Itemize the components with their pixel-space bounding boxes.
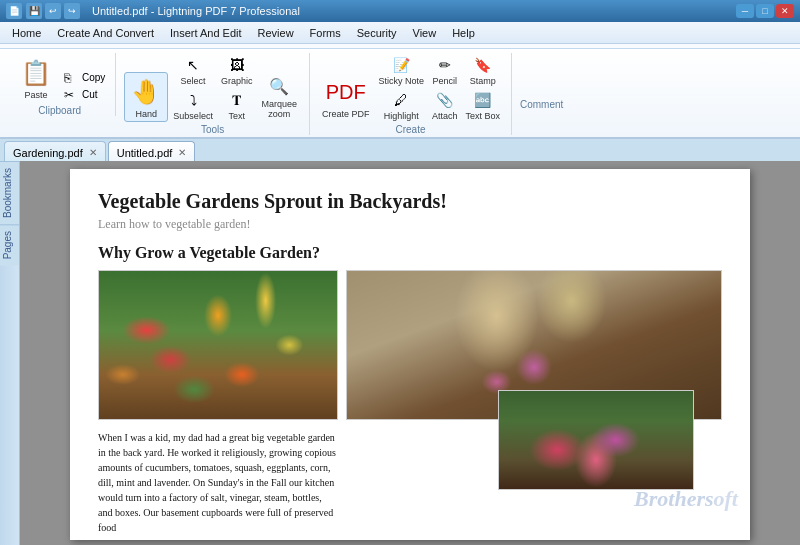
sticky-note-button[interactable]: 📝 Sticky Note xyxy=(375,53,427,87)
tools-buttons: 🤚 Hand ↖ Select ⤵ Subselect 🖼 xyxy=(124,53,301,122)
menu-insert-edit[interactable]: Insert And Edit xyxy=(162,25,250,41)
cut-icon: ✂ xyxy=(64,88,80,102)
select-icon: ↖ xyxy=(182,54,204,76)
marquee-zoom-label: Marqueezoom xyxy=(261,100,297,120)
menu-review[interactable]: Review xyxy=(250,25,302,41)
attach-file-icon: 📎 xyxy=(434,89,456,111)
quick-access-toolbar: 💾 ↩ ↪ xyxy=(26,3,80,19)
hand-icon: 🤚 xyxy=(128,74,164,110)
highlight-icon: 🖊 xyxy=(390,89,412,111)
stamp-icon: 🔖 xyxy=(472,54,494,76)
stamp-button[interactable]: 🔖 Stamp xyxy=(462,53,503,87)
tools-label: Tools xyxy=(201,124,224,135)
copy-button[interactable]: ⎘ Copy xyxy=(62,70,107,86)
create-label: Create xyxy=(395,124,425,135)
paste-icon: 📋 xyxy=(18,55,54,91)
menu-home[interactable]: Home xyxy=(4,25,49,41)
tools-group: 🤚 Hand ↖ Select ⤵ Subselect 🖼 xyxy=(120,53,310,135)
pdf-body-text: When I was a kid, my dad had a great big… xyxy=(98,430,338,535)
pdf-title: Vegetable Gardens Sprout in Backyards! xyxy=(98,189,722,213)
undo-icon[interactable]: ↩ xyxy=(45,3,61,19)
main-area: Bookmarks Pages Vegetable Gardens Sprout… xyxy=(0,161,800,545)
pencil-label: Pencil xyxy=(432,76,457,86)
pages-panel-tab[interactable]: Pages xyxy=(0,224,19,265)
pencil-button[interactable]: ✏ Pencil xyxy=(429,53,461,87)
document-tabs: Gardening.pdf ✕ Untitled.pdf ✕ xyxy=(0,139,800,161)
tab-untitled-label: Untitled.pdf xyxy=(117,147,173,159)
paste-button[interactable]: 📋 Paste xyxy=(12,53,60,103)
menu-bar: Home Create And Convert Insert And Edit … xyxy=(0,22,800,44)
save-icon[interactable]: 💾 xyxy=(26,3,42,19)
title-bar-left: 📄 💾 ↩ ↪ Untitled.pdf - Lightning PDF 7 P… xyxy=(6,3,300,19)
copy-label: Copy xyxy=(82,72,105,83)
highlight-label: Highlight xyxy=(384,111,419,121)
side-panel: Bookmarks Pages xyxy=(0,161,20,545)
close-button[interactable]: ✕ xyxy=(776,4,794,18)
stamp-label: Stamp xyxy=(470,76,496,86)
ribbon-content: 📋 Paste ⎘ Copy ✂ Cut Clipboard xyxy=(0,48,800,137)
vegetables-image xyxy=(98,270,338,420)
highlight-button[interactable]: 🖊 Highlight xyxy=(375,88,427,122)
menu-help[interactable]: Help xyxy=(444,25,483,41)
text-select-icon: 𝐓 xyxy=(226,89,248,111)
pdf-area: Vegetable Gardens Sprout in Backyards! L… xyxy=(20,161,800,545)
bottom-image-bg xyxy=(499,391,693,489)
text-box-icon: 🔤 xyxy=(472,89,494,111)
maximize-button[interactable]: □ xyxy=(756,4,774,18)
text-box-button[interactable]: 🔤 Text Box xyxy=(462,88,503,122)
pdf-page: Vegetable Gardens Sprout in Backyards! L… xyxy=(70,169,750,540)
tab-gardening[interactable]: Gardening.pdf ✕ xyxy=(4,141,106,161)
cut-button[interactable]: ✂ Cut xyxy=(62,87,107,103)
vegetables-image-bg xyxy=(99,271,337,419)
app-title: Untitled.pdf - Lightning PDF 7 Professio… xyxy=(92,5,300,17)
sticky-note-icon: 📝 xyxy=(390,54,412,76)
text-box-label: Text Box xyxy=(465,111,500,121)
marquee-zoom-icon: 🔍 xyxy=(265,72,293,100)
tab-gardening-close[interactable]: ✕ xyxy=(89,147,97,158)
create-pdf-label: Create PDF xyxy=(322,110,370,120)
marquee-zoom-button[interactable]: 🔍 Marqueezoom xyxy=(257,70,301,122)
menu-forms[interactable]: Forms xyxy=(302,25,349,41)
pdf-subtitle: Learn how to vegetable garden! xyxy=(98,217,722,232)
graphic-button[interactable]: 🖼 Graphic xyxy=(218,53,256,87)
graphic-icon: 🖼 xyxy=(226,54,248,76)
app-icon: 📄 xyxy=(6,3,22,19)
paste-label: Paste xyxy=(24,91,47,101)
comment-label: Comment xyxy=(520,99,563,110)
hand-label: Hand xyxy=(136,110,158,120)
redo-icon[interactable]: ↪ xyxy=(64,3,80,19)
bottom-garden-image xyxy=(498,390,694,490)
create-buttons: PDF Create PDF 📝 Sticky Note 🖊 Highlight xyxy=(318,53,503,122)
menu-create-convert[interactable]: Create And Convert xyxy=(49,25,162,41)
tab-untitled[interactable]: Untitled.pdf ✕ xyxy=(108,141,196,161)
select-button[interactable]: ↖ Select xyxy=(170,53,216,87)
text-select-button[interactable]: 𝐓 Text xyxy=(218,88,256,122)
create-pdf-button[interactable]: PDF Create PDF xyxy=(318,72,374,122)
window-controls: ─ □ ✕ xyxy=(736,4,794,18)
bookmarks-panel-tab[interactable]: Bookmarks xyxy=(0,161,19,224)
copy-icon: ⎘ xyxy=(64,71,80,85)
clipboard-tools: 📋 Paste ⎘ Copy ✂ Cut xyxy=(12,53,107,103)
attach-file-label: Attach xyxy=(432,111,458,121)
pencil-icon: ✏ xyxy=(434,54,456,76)
menu-view[interactable]: View xyxy=(405,25,445,41)
create-group: PDF Create PDF 📝 Sticky Note 🖊 Highlight xyxy=(314,53,512,135)
tab-untitled-close[interactable]: ✕ xyxy=(178,147,186,158)
ribbon: 📋 Paste ⎘ Copy ✂ Cut Clipboard xyxy=(0,44,800,139)
graphic-label: Graphic xyxy=(221,76,253,86)
subselect-icon: ⤵ xyxy=(182,89,204,111)
attach-file-button[interactable]: 📎 Attach xyxy=(429,88,461,122)
clipboard-label: Clipboard xyxy=(38,105,81,116)
minimize-button[interactable]: ─ xyxy=(736,4,754,18)
hand-button[interactable]: 🤚 Hand xyxy=(124,72,168,122)
cut-label: Cut xyxy=(82,89,98,100)
subselect-button[interactable]: ⤵ Subselect xyxy=(170,88,216,122)
menu-security[interactable]: Security xyxy=(349,25,405,41)
cut-copy-group: ⎘ Copy ✂ Cut xyxy=(62,70,107,103)
create-pdf-icon: PDF xyxy=(328,74,364,110)
pdf-section-title: Why Grow a Vegetable Garden? xyxy=(98,244,722,262)
text-select-label: Text xyxy=(228,111,245,121)
clipboard-group: 📋 Paste ⎘ Copy ✂ Cut Clipboard xyxy=(8,53,116,116)
sticky-note-label: Sticky Note xyxy=(378,76,424,86)
title-bar: 📄 💾 ↩ ↪ Untitled.pdf - Lightning PDF 7 P… xyxy=(0,0,800,22)
